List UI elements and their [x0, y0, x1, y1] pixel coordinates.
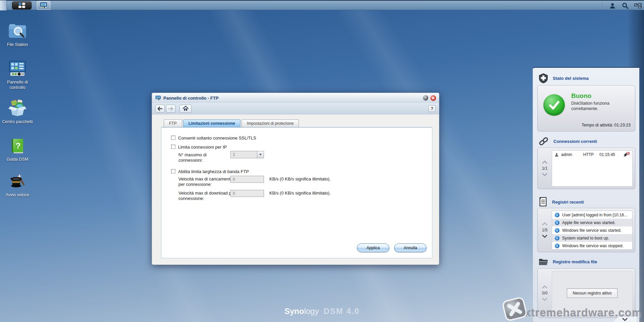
page-indicator: 1/1	[542, 166, 548, 171]
control-panel-icon	[155, 96, 161, 101]
tab-impostazioni-di-protezione[interactable]: Impostazioni di protezione	[241, 119, 299, 127]
connections-panel: 1/1 admin HTTP 01:15:45	[537, 148, 635, 189]
forward-button[interactable]	[166, 105, 175, 113]
pilot-view-icon	[634, 2, 642, 9]
pin-button[interactable]	[423, 95, 428, 101]
limit-ip-checkbox[interactable]	[171, 145, 175, 149]
ssl-only-row: Consenti soltanto connessione SSL/TLS	[171, 136, 256, 141]
pilot-view-button[interactable]	[634, 2, 642, 10]
tab-limitazioni-connessione[interactable]: Limitazioni connessione	[183, 119, 240, 127]
section-title: Registro modifica file	[553, 259, 597, 264]
connections-header: Connessioni correnti	[538, 137, 597, 146]
max-connections-select[interactable]: 2	[230, 151, 264, 158]
log-row[interactable]: User [admin] logged in from [10.16...	[552, 211, 632, 219]
tab-ftp[interactable]: FTP	[164, 119, 182, 127]
status-ok-icon	[543, 94, 565, 116]
page-down-icon[interactable]	[542, 298, 547, 301]
close-icon	[430, 95, 436, 101]
brand-text: Syno	[284, 307, 304, 316]
page-down-icon[interactable]	[542, 235, 547, 238]
page-up-icon[interactable]	[542, 161, 547, 164]
connections-list: admin HTTP 01:15:45	[552, 150, 633, 186]
bandwidth-checkbox[interactable]	[171, 169, 175, 173]
disconnect-plug-icon	[623, 152, 630, 157]
recent-logs-header: Registri recenti	[538, 197, 584, 207]
log-text: Windows file service was started.	[562, 228, 622, 233]
upload-speed-input[interactable]	[230, 176, 264, 183]
user-menu-button[interactable]	[608, 2, 616, 10]
desktop-icon-label: Avvio veloce	[1, 193, 34, 198]
search-button[interactable]	[621, 2, 629, 10]
main-menu-grid-icon	[18, 3, 25, 8]
chevron-down-icon	[622, 318, 628, 321]
ssl-only-checkbox[interactable]	[171, 136, 175, 140]
download-speed-input[interactable]	[230, 190, 264, 197]
home-button[interactable]	[179, 105, 192, 113]
page-indicator: 0/0	[542, 291, 548, 296]
user-icon	[609, 2, 616, 9]
desktop-icon-dsm-help[interactable]: ? Guida DSM	[1, 138, 34, 162]
disconnect-button[interactable]	[623, 152, 630, 158]
desktop-icon-package-center[interactable]: Centro pacchetti	[1, 99, 34, 125]
chain-link-icon	[538, 137, 549, 146]
taskbar-right-tray	[602, 1, 642, 11]
system-status-panel: Buono DiskStation funziona correttamente…	[537, 85, 635, 131]
info-icon	[555, 220, 559, 225]
max-connections-value: 2	[231, 151, 257, 158]
log-row[interactable]: Windows file service was started.	[552, 226, 632, 234]
page-down-icon[interactable]	[542, 173, 547, 176]
max-connections-label: N° massimo di connessioni:	[178, 152, 219, 163]
apply-button[interactable]: Applica	[357, 244, 389, 252]
desktop-icon-label: Centro pacchetti	[1, 119, 34, 125]
pilot-view-pane: Stato del sistema Buono DiskStation funz…	[533, 67, 639, 322]
section-title: Stato del sistema	[553, 76, 589, 81]
tab-bar: FTP Limitazioni connessione Impostazioni…	[161, 119, 432, 127]
page-indicator: 1/5	[542, 228, 548, 232]
select-dropdown-button[interactable]	[257, 151, 264, 158]
back-button[interactable]	[155, 105, 165, 113]
magic-hat-icon	[8, 172, 27, 190]
log-row[interactable]: Windows file service was stopped.	[552, 242, 632, 250]
folder-search-icon	[8, 21, 27, 40]
chevron-down-icon	[259, 154, 262, 156]
connection-row[interactable]: admin HTTP 01:15:45	[552, 151, 632, 159]
upload-speed-note: KB/s (0 KB/s significa illimitato).	[269, 176, 331, 181]
log-row[interactable]: Apple file service was started.	[552, 219, 632, 226]
info-icon	[555, 228, 559, 233]
main-menu-button[interactable]	[12, 1, 32, 9]
taskbar-app-control-panel[interactable]	[37, 1, 50, 10]
system-status-header: Stato del sistema	[538, 73, 589, 84]
desktop-icon-file-station[interactable]: File Station	[1, 21, 34, 48]
page-up-icon[interactable]	[542, 285, 547, 288]
svg-text:?: ?	[16, 141, 21, 150]
package-box-icon	[8, 99, 27, 117]
control-panel-icon	[40, 2, 47, 8]
desktop-icon-label: Guida DSM	[1, 157, 34, 162]
uptime-text: Tempo di attività: 01:23:23	[582, 123, 631, 127]
bandwidth-row: Abilita limita larghezza di banda FTP	[171, 169, 249, 174]
no-active-log-message: Nessun registro attivo	[567, 288, 617, 298]
log-list: User [admin] logged in from [10.16... Ap…	[552, 211, 633, 250]
file-change-log-header: Registro modifica file	[538, 257, 597, 266]
show-desktop-button[interactable]	[0, 0, 7, 10]
desktop-icon-label: Pannello di controllo	[1, 80, 34, 90]
limit-ip-label: Limita connessioni per IP	[178, 145, 227, 150]
desktop-icon-quick-start[interactable]: Avvio veloce	[1, 172, 34, 198]
file-log-list: Nessun registro attivo	[552, 271, 633, 315]
info-icon	[555, 236, 559, 240]
back-arrow-icon	[157, 106, 163, 111]
help-button[interactable]: ?	[428, 105, 436, 112]
taskbar	[0, 0, 644, 10]
status-description: DiskStation funziona correttamente.	[571, 101, 625, 112]
log-row[interactable]: System started to boot up.	[552, 234, 632, 242]
synology-dsm-watermark: SynologyDSM 4.0	[284, 307, 360, 316]
window-titlebar[interactable]: Pannello di controllo - FTP	[152, 93, 439, 103]
forward-arrow-icon	[168, 106, 174, 111]
page-up-icon[interactable]	[542, 222, 547, 225]
desktop-icon-control-panel[interactable]: Pannello di controllo	[1, 60, 34, 90]
cancel-button[interactable]: Annulla	[394, 244, 427, 252]
close-button[interactable]	[430, 95, 436, 101]
info-icon	[555, 244, 559, 248]
connection-user: admin	[561, 152, 572, 157]
window-body: FTP Limitazioni connessione Impostazioni…	[152, 114, 439, 265]
